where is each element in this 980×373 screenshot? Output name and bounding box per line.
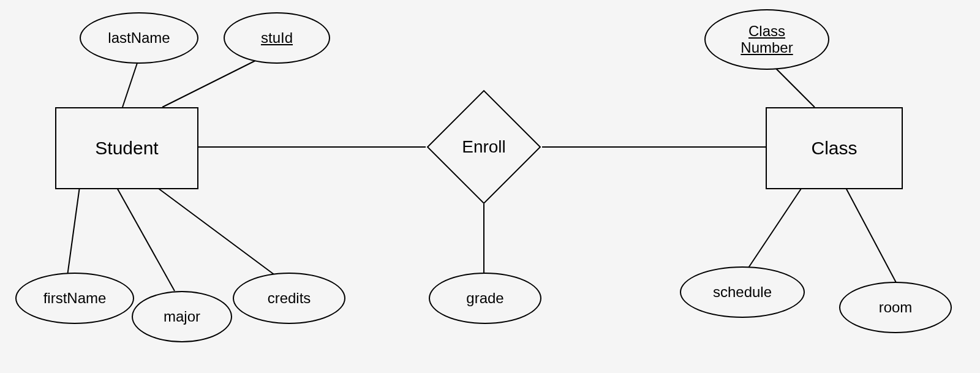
svg-line-0 (123, 61, 138, 107)
svg-line-10 (845, 187, 897, 285)
svg-line-9 (747, 187, 802, 269)
attribute-major: major (132, 291, 232, 342)
attribute-firstname-label: firstName (43, 290, 107, 306)
entity-class: Class (766, 107, 903, 189)
relationship-enroll: Enroll (426, 92, 542, 202)
attribute-lastname: lastName (80, 12, 198, 64)
attribute-stuid: stuId (224, 12, 330, 64)
attribute-room-label: room (879, 300, 913, 315)
svg-line-3 (116, 187, 175, 291)
svg-line-4 (156, 187, 276, 276)
attribute-grade: grade (429, 273, 541, 324)
attribute-schedule: schedule (680, 266, 805, 318)
entity-class-label: Class (811, 138, 857, 159)
entity-student: Student (55, 107, 198, 189)
attribute-classnumber-label: Class Number (741, 23, 793, 56)
er-diagram: Student Class Enroll lastName stuId firs… (0, 0, 980, 373)
svg-line-8 (772, 64, 815, 107)
svg-line-1 (162, 58, 260, 107)
entity-student-label: Student (95, 138, 158, 159)
relationship-enroll-label: Enroll (462, 137, 506, 157)
attribute-grade-label: grade (466, 290, 503, 306)
attribute-lastname-label: lastName (108, 30, 170, 46)
attribute-major-label: major (164, 309, 200, 325)
attribute-classnumber: Class Number (704, 9, 829, 70)
attribute-firstname: firstName (15, 273, 134, 324)
attribute-credits-label: credits (268, 290, 311, 306)
attribute-stuid-label: stuId (261, 30, 293, 46)
attribute-credits: credits (233, 273, 345, 324)
attribute-schedule-label: schedule (713, 284, 772, 300)
attribute-room: room (839, 282, 952, 333)
svg-line-2 (67, 187, 80, 276)
